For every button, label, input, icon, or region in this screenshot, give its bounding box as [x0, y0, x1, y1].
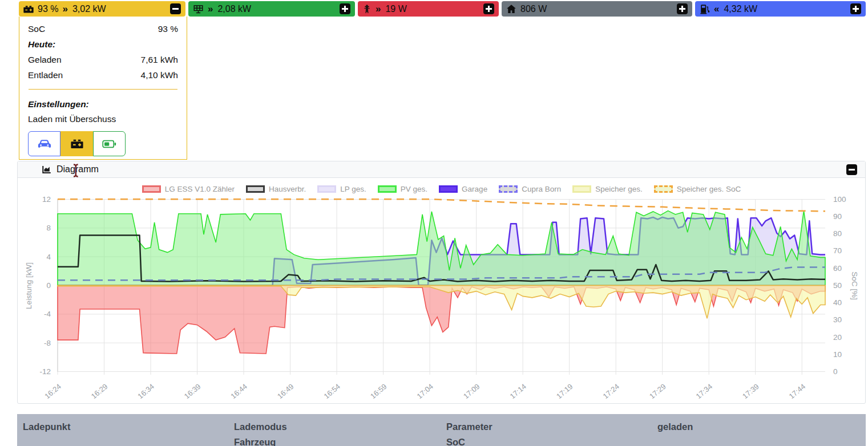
panel-divider	[29, 89, 177, 90]
discharged-value: 4,10 kWh	[141, 67, 178, 83]
flow-right-icon: »	[376, 3, 381, 15]
legend-swatch	[654, 185, 673, 193]
legend-item[interactable]: Speicher ges. SoC	[654, 185, 741, 193]
col-lademodus: Lademodus	[234, 419, 446, 435]
expand-button[interactable]	[483, 3, 494, 14]
legend-item[interactable]: Garage	[439, 185, 487, 193]
table-header-row-2: Fahrzeug SoC	[23, 435, 860, 446]
legend-label: Hausverbr.	[269, 185, 306, 193]
y-left-tick-label: -12	[39, 367, 51, 376]
mode-pv-surplus-button[interactable]	[60, 131, 93, 156]
x-tick-label: 16:49	[276, 382, 296, 400]
legend-label: LG ESS V1.0 Zähler	[165, 185, 235, 193]
x-tick-label: 17:39	[741, 382, 761, 400]
statusbar-speicher[interactable]: 93 % » 3,02 kW	[19, 1, 185, 17]
y-right-tick-label: 80	[833, 229, 842, 238]
y-left-tick-label: -4	[44, 310, 51, 318]
series-line	[58, 199, 825, 211]
statusbar-netz[interactable]: » 19 W	[358, 1, 499, 17]
battery-half-icon	[102, 140, 116, 148]
legend-label: Speicher ges. SoC	[677, 185, 741, 193]
x-tick-label: 17:24	[601, 382, 621, 400]
y-right-tick-label: 20	[833, 333, 842, 342]
legend-swatch	[439, 185, 458, 193]
legend-label: Speicher ges.	[595, 185, 643, 193]
legend-item[interactable]: Cupra Born	[499, 185, 561, 193]
soc-row: SoC 93 %	[28, 21, 178, 37]
statusbar-ladepunkte[interactable]: « 4,32 kW	[695, 1, 866, 17]
statusbar-pv[interactable]: » 2,08 kW	[188, 1, 355, 17]
y-left-tick-label: 12	[42, 195, 51, 204]
legend-label: PV ges.	[401, 185, 427, 193]
soc-value: 93 %	[158, 21, 178, 37]
x-tick-label: 17:04	[415, 382, 435, 400]
netz-power: 19 W	[385, 4, 406, 14]
legend-label: LP ges.	[340, 185, 366, 193]
legend-item[interactable]: LG ESS V1.0 Zähler	[142, 185, 235, 193]
chart-plot: 16:2416:2916:3416:3916:4416:4916:5416:59…	[18, 194, 865, 401]
expand-button[interactable]	[340, 3, 350, 14]
col-parameter: Parameter	[446, 419, 657, 435]
x-tick-label: 17:34	[695, 382, 714, 400]
discharged-label: Entladen	[28, 67, 63, 83]
x-tick-label: 16:54	[322, 382, 342, 400]
x-tick-label: 17:09	[462, 382, 482, 400]
diagram-section: Diagramm LG ESS V1.0 ZählerHausverbr.LP …	[17, 161, 866, 404]
x-tick-label: 17:44	[788, 382, 808, 400]
car-icon	[38, 139, 51, 149]
mode-eco-button[interactable]	[93, 131, 126, 156]
chart-area-icon	[42, 165, 51, 175]
legend-label: Cupra Born	[522, 185, 561, 193]
diagram-collapse-button[interactable]	[846, 164, 857, 175]
expand-button[interactable]	[677, 3, 688, 14]
legend-item[interactable]: Hausverbr.	[246, 185, 306, 193]
flow-right-icon: »	[208, 3, 213, 15]
col-ladepunkt: Ladepunkt	[23, 419, 234, 435]
solar-panel-icon	[193, 4, 204, 14]
y-left-tick-label: 0	[46, 281, 51, 290]
legend-item[interactable]: PV ges.	[378, 185, 427, 193]
x-tick-label: 16:44	[229, 382, 249, 400]
legend-swatch	[378, 185, 397, 193]
chart-legend: LG ESS V1.0 ZählerHausverbr.LP ges.PV ge…	[18, 183, 865, 194]
x-tick-label: 17:14	[508, 382, 528, 400]
today-heading: Heute:	[28, 37, 178, 52]
expand-button[interactable]	[850, 3, 861, 14]
x-tick-label: 17:29	[648, 382, 668, 400]
speicher-power: 3,02 kW	[72, 4, 106, 14]
legend-swatch	[572, 185, 591, 193]
chargepoint-table-header: Ladepunkt Lademodus Parameter geladen Fa…	[17, 414, 866, 446]
x-tick-label: 16:29	[90, 382, 110, 400]
x-tick-label: 16:59	[369, 382, 389, 400]
y-left-tick-label: -8	[44, 339, 51, 347]
mode-instant-charge-button[interactable]	[28, 131, 60, 156]
y-right-tick-label: 70	[833, 246, 842, 255]
legend-label: Garage	[462, 185, 487, 193]
y-right-tick-label: 100	[833, 195, 846, 204]
soc-label: SoC	[28, 21, 45, 37]
y-left-tick-label: 8	[46, 224, 51, 232]
legend-item[interactable]: LP ges.	[317, 185, 366, 193]
y-right-tick-label: 0	[833, 367, 838, 376]
y-right-tick-label: 30	[833, 315, 842, 324]
statusbar-haus[interactable]: 806 W	[502, 1, 692, 17]
y-right-tick-label: 10	[833, 350, 842, 359]
x-tick-label: 16:24	[43, 382, 63, 400]
settings-heading: Einstellungen:	[28, 96, 178, 112]
diagram-header[interactable]: Diagramm	[18, 161, 865, 178]
y-right-tick-label: 60	[833, 264, 842, 273]
charged-label: Geladen	[28, 52, 62, 67]
collapse-button[interactable]	[170, 3, 181, 14]
legend-swatch	[317, 185, 336, 193]
charge-mode-group	[28, 131, 178, 156]
col-geladen: geladen	[657, 419, 860, 435]
ladepunkte-power: 4,32 kW	[724, 4, 757, 14]
table-header-row-1: Ladepunkt Lademodus Parameter geladen	[23, 419, 860, 435]
legend-item[interactable]: Speicher ges.	[572, 185, 643, 193]
y-left-tick-label: 4	[46, 253, 51, 261]
y-right-tick-label: 50	[833, 281, 842, 290]
legend-swatch	[499, 185, 518, 193]
house-icon	[506, 4, 516, 14]
transmission-tower-icon	[362, 3, 372, 14]
legend-swatch	[142, 185, 161, 193]
